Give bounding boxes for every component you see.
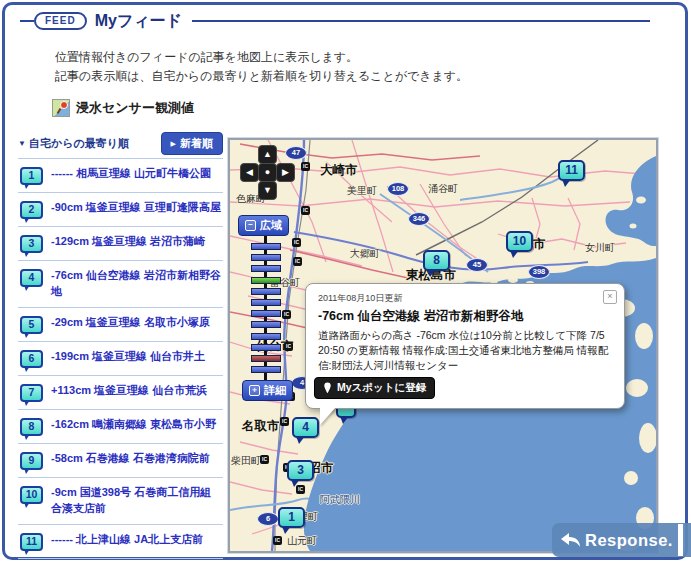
list-marker-icon: 9 [20,452,43,470]
map-label: 大崎市 [320,162,358,179]
map-label: 大郷町 [350,247,380,261]
register-myspot-label: Myスポットに登録 [337,381,426,395]
zoom-level-bar [251,321,281,328]
zoom-level-bar [251,355,281,362]
zoom-out-button[interactable]: − 広域 [238,215,289,236]
map-marker[interactable]: 8 [423,250,450,271]
list-item-text: -199cm 塩釜亘理線 仙台市井土 [51,349,205,365]
list-item[interactable]: 8-162cm 鳴瀬南郷線 東松島市小野 [18,409,223,443]
list-item-text: -90cm 塩釜亘理線 亘理町逢隈高屋 [51,200,221,216]
header-rule-left [20,20,34,22]
pan-up-button[interactable]: ▲ [258,145,277,164]
list-item[interactable]: 4-76cm 仙台空港線 岩沼市新相野谷地 [18,260,223,307]
list-item[interactable]: 10-9cm 国道398号 石巻商工信用組合湊支店前 [18,477,223,524]
sensor-list-panel: ▼ 自宅からの最寄り順 ▶新着順 1------ 相馬亘理線 山元町牛橋公園2-… [18,133,223,559]
pan-center-button[interactable]: ● [258,163,277,182]
zoom-level-bar [251,254,281,261]
sort-nearest-tab[interactable]: ▼ 自宅からの最寄り順 [18,136,129,151]
list-marker-icon: 10 [20,486,43,504]
list-item[interactable]: 6-199cm 塩釜亘理線 仙台市井土 [18,341,223,375]
page-title: Myフィード [95,11,182,32]
route-shield: 398 [528,265,550,279]
sensor-list: 1------ 相馬亘理線 山元町牛橋公園2-90cm 塩釜亘理線 亘理町逢隈高… [18,158,223,559]
register-myspot-button[interactable]: Myスポットに登録 [314,377,435,399]
minus-icon: − [245,220,256,231]
header: FEED Myフィード [20,10,650,32]
list-marker-icon: 4 [20,269,43,287]
zoom-level-bar [251,277,281,284]
ic-icon: IC [282,310,291,319]
list-item[interactable]: 11------ 北上津山線 JA北上支店前 [18,524,223,559]
feed-section-title: 浸水センサー観測値 [76,99,194,117]
list-marker-icon: 5 [20,316,43,334]
map-label: 美里町 [347,184,377,198]
route-shield: 108 [387,182,409,196]
plus-icon: ＋ [249,385,260,396]
description-line-2: 記事の表示順は、自宅からの最寄りと新着順を切り替えることができます。 [55,67,468,86]
list-marker-icon: 8 [20,418,43,436]
list-item-text: ------ 相馬亘理線 山元町牛橋公園 [51,166,211,182]
map-pin-icon [52,99,70,117]
list-item-text: -76cm 仙台空港線 岩沼市新相野谷地 [51,268,221,300]
zoom-level-bar [251,366,281,373]
zoom-level-bar [251,333,281,340]
sort-newest-label: 新着順 [180,136,213,151]
zoom-in-button[interactable]: ＋ 詳細 [242,380,293,401]
watermark-text: Response. [585,531,673,550]
list-item[interactable]: 5-29cm 塩釜亘理線 名取市小塚原 [18,307,223,341]
zoom-slider[interactable] [251,236,281,386]
list-item[interactable]: 1------ 相馬亘理線 山元町牛橋公園 [18,158,223,192]
triangle-right-icon: ▶ [171,140,176,148]
map-label: 阿武隈川 [320,493,360,507]
ic-icon: IC [301,206,310,215]
description: 位置情報付きのフィードの記事を地図上に表示します。 記事の表示順は、自宅からの最… [55,48,468,85]
map-marker[interactable]: 1 [278,507,305,528]
zoom-level-bar [251,310,281,317]
sort-tabs: ▼ 自宅からの最寄り順 ▶新着順 [18,133,223,154]
list-marker-icon: 1 [20,167,43,185]
zoom-level-bar [251,299,281,306]
map-label: 涌谷町 [428,182,458,196]
description-line-1: 位置情報付きのフィードの記事を地図上に表示します。 [55,48,468,67]
map-marker[interactable]: 10 [506,231,533,252]
ic-icon: IC [260,455,269,464]
list-item-text: -58cm 石巻港線 石巻港湾病院前 [51,451,210,467]
list-marker-icon: 2 [20,201,43,219]
map-marker[interactable]: 4 [292,417,319,438]
list-item-text: -29cm 塩釜亘理線 名取市小塚原 [51,315,210,331]
list-marker-icon: 11 [20,533,43,551]
header-rule-right [192,20,650,22]
map-label: 柴田町 [231,454,261,468]
feed-badge: FEED [34,12,87,30]
sort-newest-button[interactable]: ▶新着順 [161,132,223,155]
feed-section-header: 浸水センサー観測値 [52,99,194,117]
list-marker-icon: 6 [20,350,43,368]
pan-control: ▲ ◀ ● ▶ ▼ [236,142,300,202]
list-item[interactable]: 9-58cm 石巻港線 石巻港湾病院前 [18,443,223,477]
ic-icon: IC [292,238,301,247]
zoom-in-label: 詳細 [264,383,286,398]
close-icon[interactable]: × [603,290,617,304]
route-shield: 346 [408,212,430,226]
pan-right-button[interactable]: ▶ [276,163,295,182]
info-popup: × 2011年08月10日更新 -76cm 仙台空港線 岩沼市新相野谷地 道路路… [305,283,625,409]
map-marker[interactable]: 3 [287,460,314,481]
map-marker[interactable]: 11 [558,160,585,181]
pan-left-button[interactable]: ◀ [240,163,259,182]
sort-nearest-label: 自宅からの最寄り順 [29,137,129,149]
list-item[interactable]: 3-129cm 塩釜亘理線 岩沼市蒲崎 [18,226,223,260]
arrow-left-icon [560,533,582,547]
popup-body: 道路路面からの高さ -76cm 水位は10分前と比較して下降 7/5 20:50… [318,328,612,373]
list-marker-icon: 7 [20,384,43,402]
zoom-out-label: 広域 [260,218,282,233]
list-item-text: -9cm 国道398号 石巻商工信用組合湊支店前 [51,485,221,517]
list-item[interactable]: 2-90cm 塩釜亘理線 亘理町逢隈高屋 [18,192,223,226]
list-item[interactable]: 7+113cm 塩釜亘理線 仙台市荒浜 [18,375,223,409]
list-marker-icon: 3 [20,235,43,253]
popup-title: -76cm 仙台空港線 岩沼市新相野谷地 [318,308,612,325]
pan-down-button[interactable]: ▼ [258,181,277,200]
list-item-text: -129cm 塩釜亘理線 岩沼市蒲崎 [51,234,205,250]
map[interactable]: 大崎市色麻町美里町涌谷町大郷町女川町石巻市東松島市富谷町仙台市名取市柴田町岩沼市… [228,138,658,553]
map-label: 山元町 [287,534,317,548]
route-shield: 6 [257,512,279,526]
